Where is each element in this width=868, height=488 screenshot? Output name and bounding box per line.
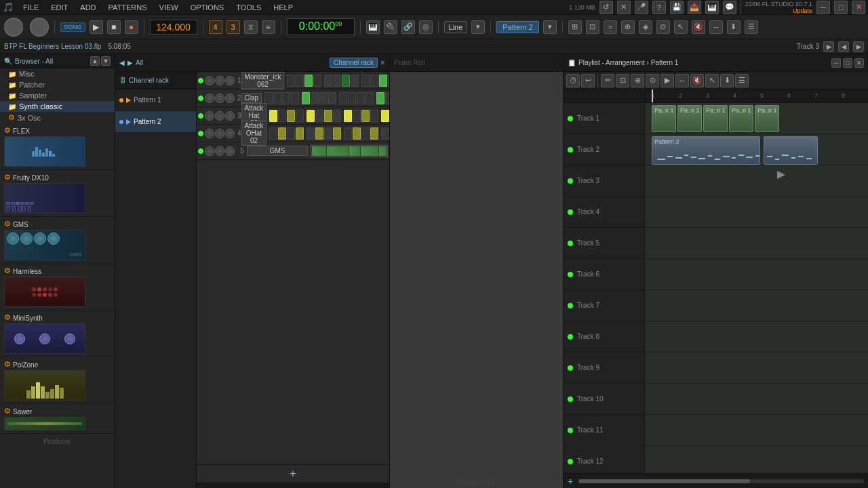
browser-3x-osc[interactable]: ⚙ 3x Osc [0, 112, 115, 123]
pattern-dropdown[interactable]: ▾ [543, 20, 557, 34]
plugin-flex[interactable]: ⚙ FLEX [0, 123, 115, 170]
step-1-10[interactable] [370, 75, 378, 87]
mute-icon[interactable]: 🔇 [692, 20, 705, 34]
pl-cursor[interactable]: ↖ [705, 74, 719, 87]
stop-button[interactable]: ■ [107, 20, 121, 34]
beat-row-2-name[interactable]: Clap [241, 93, 262, 103]
step-1-11[interactable] [379, 75, 387, 87]
menu-patterns[interactable]: PATTERNS [106, 2, 150, 13]
beat-add-button[interactable]: + [290, 468, 296, 480]
line-dropdown[interactable]: ▾ [471, 20, 485, 34]
step-2-10[interactable] [348, 92, 356, 104]
playlist-h-scrollbar[interactable] [578, 479, 864, 483]
playlist-track-5[interactable]: Track 5 [564, 228, 644, 259]
playlist-track-3[interactable]: Track 3 [564, 165, 644, 197]
pl-select-tool[interactable]: ⊡ [616, 74, 629, 87]
step-1-8[interactable] [351, 75, 359, 87]
playlist-track-4[interactable]: Track 4 [564, 197, 644, 228]
pattern-selector[interactable]: Pattern 2 [496, 21, 539, 33]
system-icon-1[interactable]: ↺ [599, 1, 613, 14]
beat-row-2-led[interactable] [198, 96, 203, 101]
line-selector[interactable]: Line [444, 21, 468, 33]
playlist-close[interactable]: ✕ [854, 58, 864, 68]
help-icon[interactable]: ? [652, 1, 666, 14]
step-4-12[interactable] [370, 127, 378, 140]
step-2-4[interactable] [291, 92, 299, 104]
step-2-7[interactable] [319, 92, 328, 104]
midi-out-icon[interactable]: ◎ [419, 20, 433, 34]
step-1-9[interactable] [361, 75, 370, 87]
pl-slip[interactable]: ↔ [675, 74, 689, 87]
pattern-block-t1-4[interactable]: Pa..n 1 [729, 105, 753, 132]
select-icon[interactable]: ⊡ [586, 20, 599, 34]
pattern-block-t1-1[interactable]: Pa..n 1 [652, 105, 676, 132]
step-2-3[interactable] [282, 92, 290, 104]
menu-view[interactable]: VIEW [157, 2, 181, 13]
playlist-track-9[interactable]: Track 9 [564, 352, 644, 384]
pattern-block-t1-3[interactable]: Pa..n 1 [703, 105, 728, 132]
save-icon[interactable]: 💾 [670, 1, 684, 14]
step-4-5[interactable] [307, 127, 315, 140]
beat-knob-5b[interactable] [215, 146, 224, 156]
step-1-5[interactable] [324, 75, 332, 87]
browser-up-icon[interactable]: ▲ [90, 56, 100, 66]
beat-knob-2a[interactable] [205, 94, 214, 103]
step-1-6[interactable] [333, 75, 341, 87]
play-button[interactable]: ▶ [90, 20, 103, 34]
beat-knob-4a[interactable] [205, 129, 214, 138]
pattern-block-t1-2[interactable]: Pa..n 1 [677, 105, 702, 132]
step-4-7[interactable] [324, 127, 332, 140]
step-2-12[interactable] [366, 92, 374, 104]
beat-knob-4b[interactable] [215, 129, 224, 138]
step-2-9[interactable] [339, 92, 347, 104]
beat-knob-3c[interactable] [225, 111, 235, 121]
browser-fwd-icon[interactable]: ▶ [853, 41, 864, 52]
eq-icon[interactable]: ≡ [262, 20, 275, 34]
step-3-9[interactable] [344, 110, 352, 122]
window-minimize[interactable]: ─ [816, 1, 830, 14]
add-track-icon[interactable]: + [568, 476, 573, 487]
zoom-icon[interactable]: ⊙ [656, 20, 670, 34]
pl-draw-tool[interactable]: ✏ [601, 74, 614, 87]
browser-misc[interactable]: 📁 Misc [0, 68, 115, 79]
download-icon[interactable]: ⬇ [727, 20, 741, 34]
plugin-icon[interactable]: 🔌 [384, 20, 397, 34]
step-3-7[interactable] [324, 110, 332, 122]
step-4-3[interactable] [287, 127, 295, 140]
playlist-track-8[interactable]: Track 8 [564, 321, 644, 352]
magnet-icon[interactable]: ⊕ [621, 20, 635, 34]
playlist-track-2[interactable]: Track 2 [564, 134, 644, 165]
step-3-1[interactable] [269, 110, 277, 122]
step-4-8[interactable] [333, 127, 341, 140]
step-3-11[interactable] [361, 110, 370, 122]
browser-back-icon[interactable]: ◀ [838, 41, 849, 52]
browser-synth-classic[interactable]: 📁 Synth classic [0, 101, 115, 112]
step-1-7[interactable] [342, 75, 350, 87]
beat-knob-3a[interactable] [205, 111, 214, 121]
track-expand-icon[interactable]: ▶ [823, 41, 834, 52]
beat-knob-4c[interactable] [225, 129, 235, 138]
beat-knob-1a[interactable] [205, 76, 214, 85]
export-icon[interactable]: 📤 [688, 1, 701, 14]
slip-icon[interactable]: ↔ [709, 20, 723, 34]
menu-help[interactable]: HELP [271, 2, 296, 13]
menu-add[interactable]: ADD [77, 2, 98, 13]
playlist-track-11[interactable]: Track 11 [564, 415, 644, 446]
step-1-4[interactable] [313, 75, 321, 87]
pl-mute[interactable]: 🔇 [690, 74, 704, 87]
window-maximize[interactable]: □ [834, 1, 848, 14]
playlist-track-7[interactable]: Track 7 [564, 290, 644, 321]
step-4-11[interactable] [361, 127, 370, 140]
step-2-11[interactable] [357, 92, 365, 104]
plugin-sawer[interactable]: ⚙ Sawer [0, 404, 115, 434]
step-counter-2[interactable]: 3 [226, 20, 240, 34]
menu-options[interactable]: OPTIONS [188, 2, 227, 13]
step-4-4[interactable] [296, 127, 304, 140]
browser-patcher[interactable]: 📁 Patcher [0, 79, 115, 90]
step-3-5[interactable] [307, 110, 315, 122]
beat-knob-2c[interactable] [225, 94, 235, 103]
step-3-4[interactable] [296, 110, 304, 122]
window-close[interactable]: ✕ [852, 1, 865, 14]
step-2-5[interactable] [302, 92, 310, 104]
step-3-3[interactable] [287, 110, 295, 122]
